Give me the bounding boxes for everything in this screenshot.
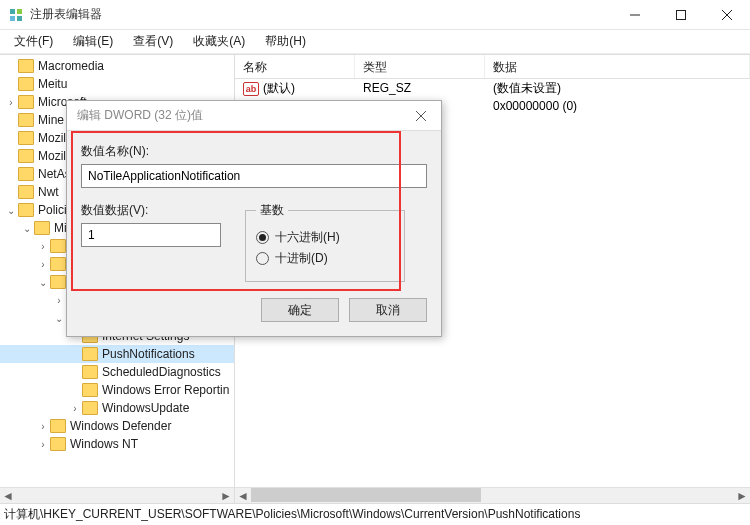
cell-name: ab(默认) [235, 80, 355, 97]
tree-twisty-icon[interactable]: › [36, 259, 50, 270]
svg-rect-0 [10, 9, 15, 14]
scrollbar-thumb[interactable] [251, 488, 481, 502]
list-scrollbar-horizontal[interactable]: ◄ ► [235, 487, 750, 503]
tree-item-label: Nwt [38, 185, 59, 199]
folder-icon [18, 167, 34, 181]
string-value-icon: ab [243, 82, 259, 96]
folder-icon [50, 419, 66, 433]
menu-view[interactable]: 查看(V) [125, 31, 181, 52]
tree-item[interactable]: Windows Error Reportin [0, 381, 234, 399]
folder-icon [82, 401, 98, 415]
tree-item[interactable]: Macromedia [0, 57, 234, 75]
scroll-left-icon[interactable]: ◄ [235, 488, 251, 504]
svg-rect-5 [677, 10, 686, 19]
tree-item-label: Windows NT [70, 437, 138, 451]
column-data[interactable]: 数据 [485, 55, 750, 78]
folder-icon [18, 77, 34, 91]
tree-twisty-icon[interactable]: › [52, 295, 66, 306]
tree-item-label: PushNotifications [102, 347, 195, 361]
tree-twisty-icon[interactable]: › [36, 241, 50, 252]
folder-icon [82, 365, 98, 379]
column-name[interactable]: 名称 [235, 55, 355, 78]
folder-icon [18, 59, 34, 73]
tree-scrollbar-horizontal[interactable]: ◄ ► [0, 487, 234, 503]
tree-twisty-icon[interactable]: › [36, 439, 50, 450]
folder-icon [18, 95, 34, 109]
scroll-left-icon[interactable]: ◄ [0, 488, 16, 504]
base-legend: 基数 [256, 202, 288, 219]
radio-hex[interactable] [256, 231, 269, 244]
tree-item[interactable]: PushNotifications [0, 345, 234, 363]
tree-item-label: Mine [38, 113, 64, 127]
folder-icon [50, 275, 66, 289]
radio-hex-label: 十六进制(H) [275, 229, 340, 246]
window-controls [612, 0, 750, 30]
tree-item[interactable]: ›Windows NT [0, 435, 234, 453]
tree-twisty-icon[interactable]: › [68, 403, 82, 414]
folder-icon [18, 149, 34, 163]
tree-item[interactable]: ›WindowsUpdate [0, 399, 234, 417]
edit-dword-dialog: 编辑 DWORD (32 位)值 数值名称(N): 数值数据(V): 基数 十六… [66, 100, 442, 337]
close-button[interactable] [704, 0, 750, 30]
dialog-titlebar[interactable]: 编辑 DWORD (32 位)值 [67, 101, 441, 131]
tree-item[interactable]: ScheduledDiagnostics [0, 363, 234, 381]
tree-twisty-icon[interactable]: ⌄ [20, 223, 34, 234]
folder-icon [34, 221, 50, 235]
folder-icon [82, 347, 98, 361]
folder-icon [50, 257, 66, 271]
regedit-icon [8, 7, 24, 23]
tree-item-label: Macromedia [38, 59, 104, 73]
tree-item-label: Meitu [38, 77, 67, 91]
base-fieldset: 基数 十六进制(H) 十进制(D) [245, 202, 405, 282]
menu-favorites[interactable]: 收藏夹(A) [185, 31, 253, 52]
tree-item-label: Windows Defender [70, 419, 171, 433]
tree-item-label: WindowsUpdate [102, 401, 189, 415]
radio-hex-row[interactable]: 十六进制(H) [256, 229, 394, 246]
cancel-button[interactable]: 取消 [349, 298, 427, 322]
tree-item-label: ScheduledDiagnostics [102, 365, 221, 379]
menu-file[interactable]: 文件(F) [6, 31, 61, 52]
folder-icon [18, 203, 34, 217]
statusbar: 计算机\HKEY_CURRENT_USER\SOFTWARE\Policies\… [0, 503, 750, 525]
radio-dec-row[interactable]: 十进制(D) [256, 250, 394, 267]
menu-edit[interactable]: 编辑(E) [65, 31, 121, 52]
tree-item[interactable]: Meitu [0, 75, 234, 93]
value-data-label: 数值数据(V): [81, 202, 221, 219]
tree-item[interactable]: ›Windows Defender [0, 417, 234, 435]
scroll-right-icon[interactable]: ► [218, 488, 234, 504]
radio-dec-label: 十进制(D) [275, 250, 328, 267]
titlebar: 注册表编辑器 [0, 0, 750, 30]
cell-type: REG_SZ [355, 81, 485, 95]
list-header: 名称 类型 数据 [235, 55, 750, 79]
dialog-close-button[interactable] [401, 101, 441, 131]
tree-twisty-icon[interactable]: ⌄ [52, 313, 66, 324]
menubar: 文件(F) 编辑(E) 查看(V) 收藏夹(A) 帮助(H) [0, 30, 750, 54]
column-type[interactable]: 类型 [355, 55, 485, 78]
radio-dec[interactable] [256, 252, 269, 265]
value-name-label: 数值名称(N): [81, 143, 427, 160]
folder-icon [18, 185, 34, 199]
dialog-body: 数值名称(N): 数值数据(V): 基数 十六进制(H) 十进制(D) 确定 [67, 131, 441, 336]
list-row[interactable]: ab(默认) REG_SZ (数值未设置) [235, 79, 750, 97]
tree-item-label: Windows Error Reportin [102, 383, 229, 397]
tree-twisty-icon[interactable]: ⌄ [36, 277, 50, 288]
ok-button[interactable]: 确定 [261, 298, 339, 322]
tree-twisty-icon[interactable]: › [36, 421, 50, 432]
folder-icon [50, 437, 66, 451]
folder-icon [18, 131, 34, 145]
folder-icon [18, 113, 34, 127]
minimize-button[interactable] [612, 0, 658, 30]
svg-rect-2 [10, 16, 15, 21]
cell-data: (数值未设置) [485, 80, 750, 97]
folder-icon [50, 239, 66, 253]
window-title: 注册表编辑器 [30, 6, 612, 23]
value-name-input[interactable] [81, 164, 427, 188]
tree-twisty-icon[interactable]: ⌄ [4, 205, 18, 216]
svg-rect-3 [17, 16, 22, 21]
value-data-input[interactable] [81, 223, 221, 247]
cell-data: 0x00000000 (0) [485, 99, 750, 113]
menu-help[interactable]: 帮助(H) [257, 31, 314, 52]
maximize-button[interactable] [658, 0, 704, 30]
scroll-right-icon[interactable]: ► [734, 488, 750, 504]
tree-twisty-icon[interactable]: › [4, 97, 18, 108]
